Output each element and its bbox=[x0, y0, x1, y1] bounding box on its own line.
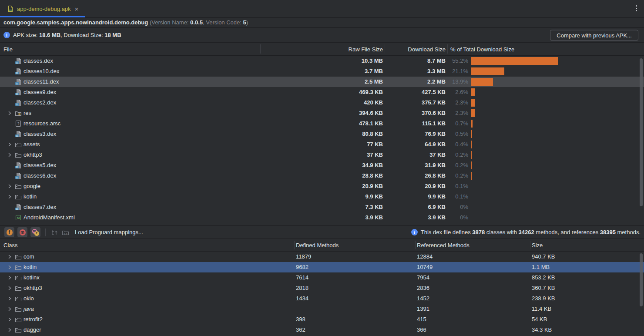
svg-text:01: 01 bbox=[16, 72, 19, 74]
svg-text:01: 01 bbox=[16, 104, 19, 106]
class-size: 238.9 KB bbox=[532, 293, 619, 304]
raw-file-size: 2.5 MB bbox=[305, 77, 383, 87]
show-methods-toggle[interactable]: m bbox=[17, 227, 27, 237]
file-name: res bbox=[23, 108, 31, 118]
chevron-right-icon[interactable] bbox=[6, 295, 13, 302]
generate-proguard-tree-icon[interactable] bbox=[50, 228, 58, 236]
class-row[interactable]: dagger36236634.3 KB bbox=[0, 325, 644, 335]
file-name: classes.dex bbox=[23, 56, 53, 66]
raw-file-size: 28.8 KB bbox=[305, 171, 383, 181]
file-row[interactable]: 01classes.dex10.3 MB8.7 MB55.2% bbox=[0, 56, 644, 66]
referenced-methods: 1391 bbox=[417, 304, 504, 314]
column-header-referenced-methods: Referenced Methods bbox=[417, 242, 504, 249]
show-fields-toggle[interactable]: f bbox=[4, 227, 14, 237]
download-percent-bar bbox=[471, 99, 475, 107]
file-row[interactable]: 01classes5.dex34.9 KB31.9 KB0.2% bbox=[0, 160, 644, 171]
class-row[interactable]: java139111.4 KB bbox=[0, 304, 644, 314]
download-percent-bar bbox=[471, 141, 472, 148]
svg-text:01: 01 bbox=[16, 83, 19, 85]
raw-file-size: 20.9 KB bbox=[305, 181, 383, 192]
column-resize-handle[interactable] bbox=[294, 241, 295, 249]
class-row[interactable]: kotlin9682107491.1 MB bbox=[0, 262, 644, 272]
class-row[interactable]: okio14341452238.9 KB bbox=[0, 293, 644, 304]
class-size: 940.7 KB bbox=[532, 252, 619, 262]
download-percent-bar bbox=[471, 67, 504, 75]
options-menu-icon[interactable] bbox=[636, 5, 637, 11]
column-resize-handle[interactable] bbox=[530, 241, 530, 249]
column-resize-handle[interactable] bbox=[447, 44, 448, 54]
dex-icon: 01 bbox=[15, 89, 22, 96]
chevron-right-icon[interactable] bbox=[6, 264, 13, 271]
download-size: 3.9 KB bbox=[384, 212, 446, 223]
file-row[interactable]: google20.9 KB20.9 KB0.1% bbox=[0, 181, 644, 192]
defined-classes-count: 3878 bbox=[472, 229, 485, 235]
apk-file-icon bbox=[7, 5, 14, 12]
class-table-scrollbar[interactable] bbox=[640, 253, 643, 306]
download-percent-bar bbox=[471, 88, 475, 96]
download-percent-bar bbox=[471, 161, 472, 169]
tab-close-icon[interactable]: × bbox=[74, 6, 80, 12]
file-row[interactable]: 01classes9.dex469.3 KB427.5 KB2.6% bbox=[0, 87, 644, 97]
chevron-right-icon[interactable] bbox=[6, 326, 13, 333]
referenced-methods: 7954 bbox=[417, 272, 504, 283]
file-row[interactable]: 01classes7.dex7.3 KB6.9 KB0% bbox=[0, 202, 644, 212]
chevron-right-icon[interactable] bbox=[6, 151, 13, 158]
raw-file-size: 469.3 KB bbox=[305, 87, 383, 97]
download-size: 427.5 KB bbox=[384, 87, 446, 97]
download-size: 3.3 MB bbox=[384, 66, 446, 77]
chevron-right-icon[interactable] bbox=[6, 316, 13, 323]
file-row[interactable]: 01classes2.dex420 KB375.7 KB2.3% bbox=[0, 97, 644, 108]
class-row[interactable]: retrofit239841554 KB bbox=[0, 314, 644, 325]
folder-icon bbox=[15, 183, 22, 190]
column-header-file: File bbox=[3, 46, 13, 52]
file-row[interactable]: kotlin9.9 KB9.9 KB0.1% bbox=[0, 192, 644, 202]
load-proguard-mappings-action[interactable]: Load Proguard mappings... bbox=[75, 229, 143, 235]
download-percent: 2.3% bbox=[448, 108, 468, 118]
column-resize-handle[interactable] bbox=[415, 241, 416, 249]
version-name: 0.0.5 bbox=[190, 19, 203, 26]
svg-text:M: M bbox=[17, 216, 20, 220]
class-row[interactable]: com1187912884940.7 KB bbox=[0, 252, 644, 262]
chevron-right-icon[interactable] bbox=[6, 285, 13, 292]
package-folder-icon bbox=[15, 253, 22, 260]
raw-file-size: 420 KB bbox=[305, 97, 383, 108]
file-row[interactable]: ?resources.arsc478.1 KB115.1 KB0.7% bbox=[0, 118, 644, 129]
chevron-right-icon[interactable] bbox=[6, 183, 13, 190]
tab-apk-file[interactable]: app-demo-debug.apk × bbox=[0, 0, 85, 17]
chevron-right-icon[interactable] bbox=[6, 110, 13, 117]
column-resize-handle[interactable] bbox=[385, 44, 385, 54]
folder-icon bbox=[15, 141, 22, 148]
chevron-right-icon[interactable] bbox=[6, 306, 13, 312]
file-row[interactable]: res394.6 KB370.6 KB2.3% bbox=[0, 108, 644, 118]
file-row[interactable]: 01classes3.dex80.8 KB76.9 KB0.5% bbox=[0, 129, 644, 139]
file-row[interactable]: MAndroidManifest.xml3.9 KB3.9 KB0% bbox=[0, 212, 644, 223]
manifest-icon: M bbox=[15, 214, 22, 221]
file-row[interactable]: 01classes6.dex28.8 KB26.8 KB0.2% bbox=[0, 171, 644, 181]
raw-file-size: 37 KB bbox=[305, 150, 383, 160]
compare-with-previous-apk-button[interactable]: Compare with previous APK... bbox=[550, 30, 638, 40]
class-size: 1.1 MB bbox=[532, 262, 619, 272]
chevron-right-icon[interactable] bbox=[6, 274, 13, 281]
file-row[interactable]: 01classes10.dex3.7 MB3.3 MB21.1% bbox=[0, 66, 644, 77]
chevron-right-icon[interactable] bbox=[6, 193, 13, 200]
class-row[interactable]: okhttp328182836360.7 KB bbox=[0, 283, 644, 293]
file-row[interactable]: okhttp337 KB37 KB0.2% bbox=[0, 150, 644, 160]
chevron-right-icon[interactable] bbox=[6, 141, 13, 148]
file-name: classes5.dex bbox=[23, 160, 56, 171]
file-row[interactable]: 01classes11.dex2.5 MB2.2 MB13.9% bbox=[0, 77, 644, 87]
column-resize-handle[interactable] bbox=[260, 44, 261, 54]
toolbar-separator bbox=[45, 228, 46, 236]
raw-file-size: 478.1 KB bbox=[305, 118, 383, 129]
show-referenced-toggle[interactable]: m f bbox=[30, 227, 40, 237]
file-table-scrollbar[interactable] bbox=[640, 58, 643, 206]
referenced-methods: 415 bbox=[417, 314, 504, 325]
chevron-right-icon[interactable] bbox=[6, 253, 13, 260]
fields-filter-icon: f bbox=[7, 229, 13, 235]
proguard-mappings-folder-icon[interactable]: a.b bbox=[61, 228, 69, 236]
download-size: 20.9 KB bbox=[384, 181, 446, 192]
file-name: okhttp3 bbox=[23, 150, 42, 160]
download-percent: 55.2% bbox=[448, 56, 468, 66]
class-row[interactable]: kotlinx76147954853.2 KB bbox=[0, 272, 644, 283]
svg-text:?: ? bbox=[17, 121, 20, 126]
file-row[interactable]: assets77 KB64.9 KB0.4% bbox=[0, 139, 644, 150]
